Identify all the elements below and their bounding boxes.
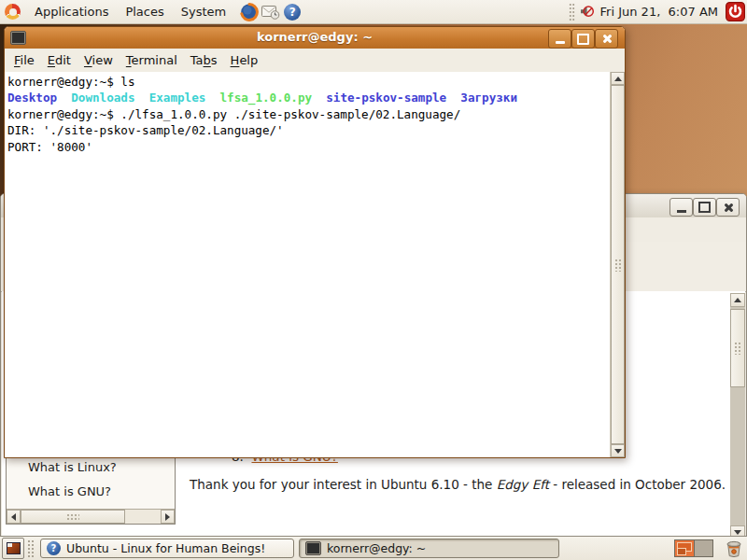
terminal-window: kornerr@edgy: ~ File Edit View Terminal … — [4, 26, 626, 458]
help-launcher-icon[interactable]: ? — [283, 3, 302, 21]
terminal-maximize-button[interactable] — [571, 29, 595, 49]
workspace-switcher — [674, 539, 713, 557]
firefox-launcher-icon[interactable] — [240, 3, 259, 21]
terminal-minimize-button[interactable] — [548, 29, 571, 49]
panel-launchers: ? — [240, 3, 302, 21]
terminal-scroll-up-button[interactable] — [611, 72, 625, 85]
terminal-scroll-down-button[interactable] — [611, 444, 625, 457]
show-desktop-button[interactable] — [2, 538, 24, 559]
terminal-title: kornerr@edgy: ~ — [5, 30, 625, 44]
terminal-output-area[interactable]: kornerr@edgy:~$ lsDesktop Downloads Exam… — [5, 72, 625, 457]
task-label: Ubuntu - Linux for Human Beings! — [66, 541, 265, 555]
quit-power-button[interactable] — [726, 2, 745, 21]
listbox-horizontal-scrollbar[interactable] — [7, 509, 175, 524]
browser-close-button[interactable] — [716, 198, 740, 217]
volume-muted-icon[interactable] — [578, 3, 597, 21]
intro-paragraph: Thank you for your interest in Ubuntu 6.… — [190, 476, 726, 494]
scroll-left-button[interactable] — [7, 510, 21, 524]
terminal-menu-file[interactable]: File — [7, 50, 41, 70]
show-desktop-icon — [7, 542, 21, 554]
bottom-taskbar: ? Ubuntu - Linux for Human Beings! korne… — [0, 536, 747, 560]
menu-applications[interactable]: Applications — [26, 2, 117, 21]
task-button-firefox[interactable]: ? Ubuntu - Linux for Human Beings! — [40, 539, 294, 558]
scroll-right-button[interactable] — [161, 510, 175, 524]
terminal-menu-help[interactable]: Help — [224, 50, 265, 70]
terminal-menubar: File Edit View Terminal Tabs Help — [5, 49, 625, 73]
workspace-1[interactable] — [675, 540, 694, 556]
horizontal-scroll-thumb[interactable] — [21, 510, 125, 524]
panel-clock[interactable]: Fri Jun 21, 6:07 AM — [600, 5, 718, 19]
terminal-text: kornerr@edgy:~$ lsDesktop Downloads Exam… — [7, 74, 608, 155]
toc-item-what-is-linux[interactable]: What is Linux? — [28, 460, 117, 474]
vertical-scroll-thumb[interactable] — [730, 309, 745, 387]
terminal-scroll-thumb[interactable] — [611, 85, 625, 444]
mail-clock-launcher-icon[interactable] — [261, 3, 280, 21]
desktop: Applications Places System ? — [0, 0, 747, 560]
help-favicon-icon: ? — [47, 541, 61, 555]
terminal-icon — [305, 541, 321, 555]
browser-minimize-button[interactable] — [669, 198, 693, 217]
terminal-close-button[interactable] — [595, 29, 618, 49]
terminal-menu-terminal[interactable]: Terminal — [120, 50, 184, 70]
terminal-titlebar[interactable]: kornerr@edgy: ~ — [5, 27, 625, 49]
browser-maximize-button[interactable] — [693, 198, 716, 217]
scroll-up-button[interactable] — [730, 293, 745, 307]
tasklist-drag-handle[interactable] — [27, 539, 35, 557]
task-button-terminal[interactable]: kornerr@edgy: ~ — [299, 539, 559, 558]
trash-icon[interactable] — [725, 539, 743, 558]
toc-item-what-is-gnu[interactable]: What is GNU? — [28, 484, 111, 498]
menu-places[interactable]: Places — [117, 2, 172, 21]
browser-vertical-scrollbar[interactable] — [730, 293, 745, 539]
terminal-menu-tabs[interactable]: Tabs — [184, 50, 224, 70]
top-panel: Applications Places System ? — [0, 0, 747, 24]
ubuntu-logo-icon — [5, 4, 21, 20]
terminal-menu-view[interactable]: View — [78, 50, 120, 70]
applet-drag-handle[interactable] — [569, 3, 575, 21]
menu-system[interactable]: System — [173, 2, 234, 21]
terminal-menu-edit[interactable]: Edit — [41, 50, 78, 70]
terminal-scrollbar[interactable] — [610, 72, 625, 457]
task-label: kornerr@edgy: ~ — [327, 541, 426, 555]
workspace-2[interactable] — [694, 540, 712, 556]
